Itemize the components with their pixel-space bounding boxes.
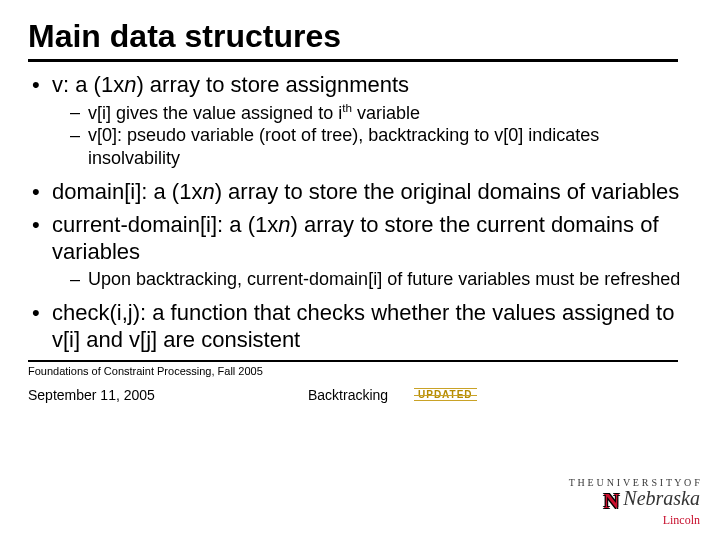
bullet-check: check(i,j): a function that checks wheth…	[28, 300, 692, 354]
subitem: v[0]: pseudo variable (root of tree), ba…	[70, 124, 692, 169]
university-logo: T H E U N I V E R S I T Y O F NNebraska …	[569, 477, 700, 526]
text-italic: n	[278, 212, 290, 237]
logo-n-mark: N	[603, 488, 619, 514]
bullet-list: v: a (1xn) array to store assignments v[…	[28, 72, 692, 354]
footer-topic: Backtracking	[308, 387, 418, 403]
logo-city: Lincoln	[569, 514, 700, 526]
text: ) array to store the original domains of…	[215, 179, 680, 204]
bullet-domain: domain[i]: a (1xn) array to store the or…	[28, 179, 692, 206]
bullet-v: v: a (1xn) array to store assignments v[…	[28, 72, 692, 169]
logo-name: Nebraska	[623, 487, 700, 509]
text-italic: n	[124, 72, 136, 97]
title-rule	[28, 59, 678, 62]
updated-strike	[414, 395, 477, 396]
bullet-current-domain: current-domain[i]: a (1xn) array to stor…	[28, 212, 692, 290]
text: domain[i]: a (1x	[52, 179, 202, 204]
text: v: a (1x	[52, 72, 124, 97]
text: variable	[352, 103, 420, 123]
subitem: v[i] gives the value assigned to ith var…	[70, 101, 692, 125]
text: ) array to store assignments	[136, 72, 409, 97]
footer-date: September 11, 2005	[28, 387, 308, 403]
course-footer: Foundations of Constraint Processing, Fa…	[28, 365, 692, 377]
slide-title: Main data structures	[28, 18, 692, 55]
text: v[i] gives the value assigned to i	[88, 103, 342, 123]
text: current-domain[i]: a (1x	[52, 212, 278, 237]
subitem: Upon backtracking, current-domain[i] of …	[70, 268, 692, 291]
sublist: v[i] gives the value assigned to ith var…	[52, 101, 692, 170]
updated-stamp: UPDATED	[418, 389, 473, 400]
text-italic: n	[202, 179, 214, 204]
footer-row: September 11, 2005 Backtracking UPDATED	[28, 387, 692, 403]
footer-rule	[28, 360, 678, 362]
superscript: th	[342, 101, 352, 114]
sublist: Upon backtracking, current-domain[i] of …	[52, 268, 692, 291]
